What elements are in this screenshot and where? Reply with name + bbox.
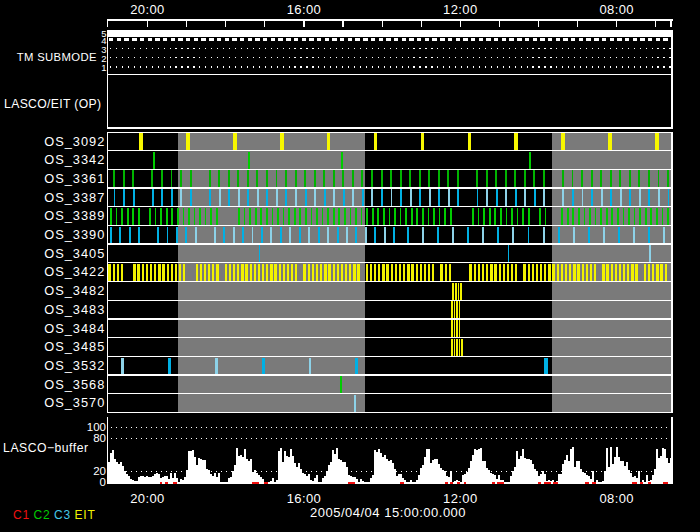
svg-text:16:00: 16:00 [287,491,322,506]
svg-text:08:00: 08:00 [599,491,634,506]
svg-text:OS_3390: OS_3390 [44,227,105,242]
svg-text:OS_3483: OS_3483 [44,302,105,317]
svg-text:08:00: 08:00 [599,2,634,17]
svg-text:12:00: 12:00 [443,2,478,17]
svg-text:OS_3422: OS_3422 [44,264,105,279]
svg-text:OS_3485: OS_3485 [44,339,105,354]
svg-text:LASCO−buffer: LASCO−buffer [3,441,88,455]
svg-text:OS_3389: OS_3389 [44,208,105,223]
svg-text:C1: C1 [13,508,30,522]
svg-text:OS_3405: OS_3405 [44,246,105,261]
svg-text:OS_3568: OS_3568 [44,377,105,392]
svg-text:TM SUBMODE: TM SUBMODE [17,51,97,63]
svg-text:12:00: 12:00 [443,491,478,506]
svg-text:OS_3570: OS_3570 [44,395,105,410]
svg-text:EIT: EIT [75,508,96,522]
svg-text:OS_3361: OS_3361 [44,171,105,186]
svg-text:C3: C3 [54,508,71,522]
svg-text:OS_3532: OS_3532 [44,358,105,373]
svg-text:OS_3342: OS_3342 [44,152,105,167]
svg-text:LASCO/EIT (OP): LASCO/EIT (OP) [4,97,101,111]
svg-text:80: 80 [93,432,106,444]
svg-text:OS_3387: OS_3387 [44,190,105,205]
svg-text:OS_3482: OS_3482 [44,283,105,298]
svg-text:20:00: 20:00 [130,491,165,506]
svg-text:OS_3484: OS_3484 [44,321,105,336]
svg-text:0: 0 [100,476,106,488]
svg-text:16:00: 16:00 [287,2,322,17]
svg-text:C2: C2 [34,508,51,522]
svg-text:OS_3092: OS_3092 [44,134,105,149]
svg-text:2005/04/04 15:00:00.000: 2005/04/04 15:00:00.000 [310,505,466,520]
svg-text:1: 1 [101,62,106,73]
svg-text:20:00: 20:00 [130,2,165,17]
